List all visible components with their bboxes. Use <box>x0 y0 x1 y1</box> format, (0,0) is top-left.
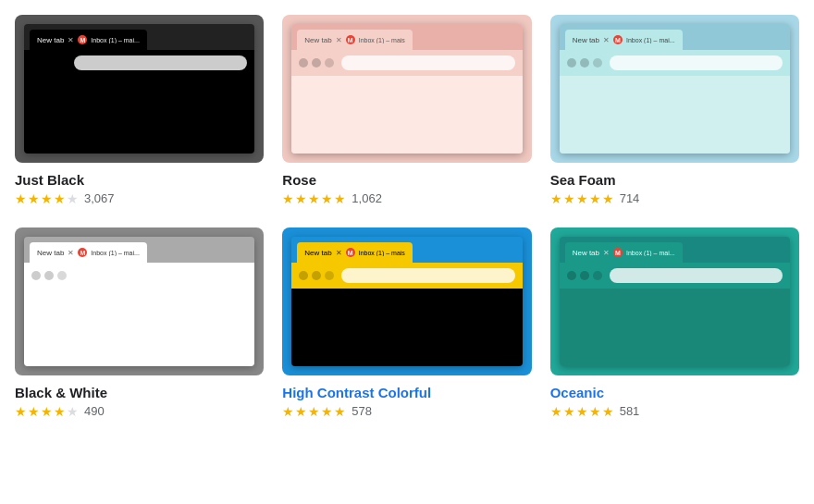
toolbar <box>291 263 522 289</box>
gmail-icon: M <box>613 35 623 44</box>
tab-close-icon: ✕ <box>68 249 74 257</box>
star-half: ★ <box>602 405 614 418</box>
star-full: ★ <box>589 192 601 205</box>
tab-active: New tab ✕ M Inbox (1) – mai... <box>565 242 683 263</box>
tab-bar: New tab ✕ M Inbox (1) – mais <box>291 237 522 263</box>
browser-mockup: New tab ✕ M Inbox (1) – mai... <box>550 15 799 163</box>
theme-card-oceanic[interactable]: New tab ✕ M Inbox (1) – mai... <box>550 227 799 418</box>
inbox-label: Inbox (1) – mais <box>359 250 405 256</box>
stars-sea-foam: ★★★★★ <box>550 192 614 205</box>
star-full: ★ <box>15 405 27 418</box>
star-half: ★ <box>602 192 614 205</box>
star-full: ★ <box>295 192 307 205</box>
tab-bar: New tab ✕ M Inbox (1) – mais <box>291 24 522 50</box>
address-bar <box>74 268 247 283</box>
tab-bar: New tab ✕ M Inbox (1) – mai... <box>560 24 790 50</box>
rating-row-sea-foam: ★★★★★ 714 <box>550 191 799 205</box>
forward-button <box>44 271 54 280</box>
back-button <box>31 58 41 68</box>
browser-frame: New tab ✕ M Inbox (1) – mais <box>291 24 522 154</box>
browser-frame: New tab ✕ M Inbox (1) – mai... <box>560 237 790 366</box>
rating-row-high-contrast-colorful: ★★★★★ 578 <box>282 404 531 418</box>
rating-row-black-white: ★★★★★ 490 <box>15 404 264 418</box>
star-full: ★ <box>295 405 307 418</box>
star-full: ★ <box>321 192 333 205</box>
star-full: ★ <box>15 192 27 205</box>
tab-close-icon: ✕ <box>603 249 610 257</box>
theme-card-rose[interactable]: New tab ✕ M Inbox (1) – mais <box>282 15 531 205</box>
address-bar <box>341 268 514 283</box>
content-area <box>560 76 790 154</box>
theme-name-rose: Rose <box>282 172 531 188</box>
back-button <box>567 58 576 68</box>
toolbar <box>560 50 790 76</box>
theme-name-high-contrast-colorful: High Contrast Colorful <box>282 385 531 400</box>
tab-bar: New tab ✕ M Inbox (1) – mai... <box>24 24 254 50</box>
tab-active: New tab ✕ M Inbox (1) – mai... <box>30 242 147 263</box>
tab-label: New tab <box>573 36 599 44</box>
browser-frame: New tab ✕ M Inbox (1) – mai... <box>560 24 790 154</box>
star-full: ★ <box>54 405 66 418</box>
content-area <box>24 289 254 366</box>
theme-name-oceanic: Oceanic <box>550 385 799 400</box>
toolbar <box>24 50 254 76</box>
theme-preview-oceanic: New tab ✕ M Inbox (1) – mai... <box>550 227 799 375</box>
inbox-label: Inbox (1) – mai... <box>91 250 140 256</box>
stars-black-white: ★★★★★ <box>15 405 79 418</box>
star-full: ★ <box>589 405 601 418</box>
theme-preview-black-white: New tab ✕ M Inbox (1) – mai... <box>15 227 264 375</box>
theme-card-sea-foam[interactable]: New tab ✕ M Inbox (1) – mai... <box>550 15 799 205</box>
theme-card-black-white[interactable]: New tab ✕ M Inbox (1) – mai... <box>15 227 264 418</box>
rating-count-black-white: 490 <box>84 404 105 418</box>
gmail-icon: M <box>346 35 355 44</box>
gmail-icon: M <box>613 248 623 257</box>
tab-label: New tab <box>573 249 599 257</box>
toolbar <box>291 50 522 76</box>
refresh-button <box>593 58 602 68</box>
star-full: ★ <box>550 192 562 205</box>
tab-label: New tab <box>304 249 331 257</box>
star-full: ★ <box>563 192 575 205</box>
tab-active: New tab ✕ M Inbox (1) – mais <box>297 242 413 263</box>
theme-preview-rose: New tab ✕ M Inbox (1) – mais <box>282 15 531 163</box>
star-full: ★ <box>321 405 333 418</box>
rating-count-high-contrast-colorful: 578 <box>352 404 372 418</box>
inbox-label: Inbox (1) – mai... <box>626 37 675 43</box>
browser-mockup: New tab ✕ M Inbox (1) – mai... <box>550 227 799 375</box>
browser-mockup: New tab ✕ M Inbox (1) – mais <box>282 227 531 375</box>
content-area <box>291 76 522 154</box>
rating-count-rose: 1,062 <box>352 191 382 205</box>
toolbar <box>24 263 254 289</box>
theme-preview-sea-foam: New tab ✕ M Inbox (1) – mai... <box>550 15 799 163</box>
tab-label: New tab <box>37 249 64 257</box>
star-full: ★ <box>28 405 40 418</box>
theme-card-just-black[interactable]: New tab ✕ M Inbox (1) – mai... <box>15 15 264 205</box>
back-button <box>299 58 308 68</box>
gmail-icon: M <box>78 248 87 257</box>
tab-close-icon: ✕ <box>336 249 342 257</box>
forward-button <box>44 58 54 68</box>
back-button <box>299 271 308 280</box>
stars-high-contrast-colorful: ★★★★★ <box>282 405 346 418</box>
browser-mockup: New tab ✕ M Inbox (1) – mais <box>282 15 531 163</box>
rating-count-just-black: 3,067 <box>84 191 115 205</box>
themes-grid: New tab ✕ M Inbox (1) – mai... <box>15 15 799 418</box>
rating-count-oceanic: 581 <box>620 404 640 418</box>
address-bar <box>610 55 783 70</box>
theme-name-black-white: Black & White <box>15 385 264 400</box>
star-full: ★ <box>308 405 320 418</box>
tab-close-icon: ✕ <box>603 36 610 44</box>
toolbar <box>560 263 790 289</box>
forward-button <box>580 58 589 68</box>
theme-card-high-contrast-colorful[interactable]: New tab ✕ M Inbox (1) – mais <box>282 227 531 418</box>
star-full: ★ <box>576 192 588 205</box>
tab-active: New tab ✕ M Inbox (1) – mais <box>297 30 413 50</box>
stars-rose: ★★★★★ <box>282 192 346 205</box>
rating-row-just-black: ★★★★★ 3,067 <box>15 191 264 205</box>
gmail-icon: M <box>78 35 87 44</box>
rating-count-sea-foam: 714 <box>620 191 640 205</box>
tab-bar: New tab ✕ M Inbox (1) – mai... <box>560 237 790 263</box>
refresh-button <box>593 271 602 280</box>
refresh-button <box>325 58 334 68</box>
star-full: ★ <box>41 405 53 418</box>
